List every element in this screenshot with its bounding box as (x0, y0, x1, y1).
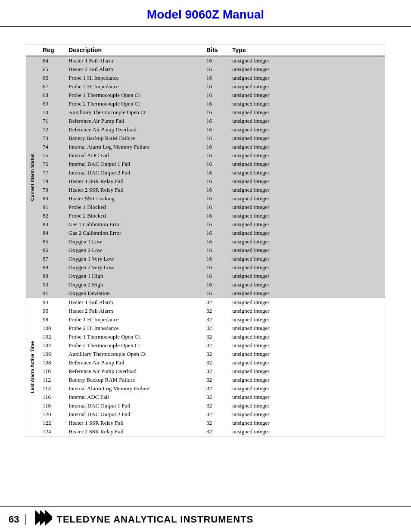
table-row: Oxygen 2 High (65, 280, 203, 289)
page-title: Model 9060Z Manual (0, 8, 411, 22)
table-row: 72 (39, 125, 65, 134)
table-row: Heater 2 Fail Alarm (65, 65, 203, 74)
table-row: unsigned integer (229, 108, 385, 117)
table-row: unsigned integer (229, 246, 385, 255)
table-row: 89 (39, 272, 65, 280)
table-row: 16 (203, 280, 229, 289)
table-row: unsigned integer (229, 160, 385, 168)
col-header-bits: Bits (203, 44, 229, 56)
table-row: 32 (203, 350, 229, 358)
group2-label-cell: Last Alarm Active Time (26, 298, 39, 436)
table-row: 64 (39, 56, 65, 65)
table-row: 85 (39, 237, 65, 246)
table-row: 108 (39, 358, 65, 367)
table-row: 86 (39, 246, 65, 255)
table-row: unsigned integer (229, 220, 385, 229)
table-row: Heater 1 SSR Relay Fail (65, 419, 203, 427)
table-row: Gas 1 Calibration Error (65, 220, 203, 229)
table-row: 32 (203, 401, 229, 410)
table-row: unsigned integer (229, 289, 385, 298)
table-row: unsigned integer (229, 194, 385, 203)
svg-marker-2 (45, 510, 52, 526)
table-row: 16 (203, 151, 229, 160)
table-row: 104 (39, 341, 65, 350)
table-row: 32 (203, 307, 229, 315)
table-row: Reference Air Pump Overload (65, 125, 203, 134)
page-header: Model 9060Z Manual (0, 0, 411, 27)
table-row: 16 (203, 237, 229, 246)
table-row: 114 (39, 384, 65, 393)
table-row: unsigned integer (229, 56, 385, 65)
group1-label: Current Alarm Status (30, 152, 35, 202)
table-row: 32 (203, 324, 229, 333)
table-row: unsigned integer (229, 333, 385, 341)
table-row: Internal DAC Output 2 Fail (65, 168, 203, 177)
table-row: 16 (203, 108, 229, 117)
table-row: unsigned integer (229, 384, 385, 393)
table-row: Heater 2 Fail Alarm (65, 307, 203, 315)
table-row: Internal ADC Fail (65, 151, 203, 160)
table-row: Oxygen 1 Very Low (65, 255, 203, 263)
table-row: Probe 2 Hi Impedance (65, 82, 203, 91)
table-row: unsigned integer (229, 401, 385, 410)
table-row: 32 (203, 419, 229, 427)
table-row: 69 (39, 100, 65, 108)
table-row: 70 (39, 108, 65, 117)
table-row: Internal DAC Output 2 Fail (65, 410, 203, 419)
table-row: unsigned integer (229, 315, 385, 324)
group1-label-cell: Current Alarm Status (26, 56, 39, 298)
table-row: 88 (39, 263, 65, 272)
table-row: 16 (203, 65, 229, 74)
table-row: unsigned integer (229, 229, 385, 237)
footer-logo-text: TELEDYNE ANALYTICAL INSTRUMENTS (56, 514, 253, 525)
table-row: Battery Backup RAM Failure (65, 376, 203, 384)
table-row: Battery Backup RAM Failure (65, 134, 203, 143)
page-content: Reg Description Bits Type Current Alarm … (0, 27, 411, 445)
table-row: Oxygen 2 Low (65, 246, 203, 255)
table-row: 67 (39, 82, 65, 91)
table-row: unsigned integer (229, 255, 385, 263)
table-row: unsigned integer (229, 91, 385, 100)
col-header-reg: Reg (39, 44, 65, 56)
table-row: unsigned integer (229, 324, 385, 333)
table-row: 102 (39, 333, 65, 341)
table-row: Oxygen Deviation (65, 289, 203, 298)
table-row: 82 (39, 212, 65, 220)
table-row: 32 (203, 384, 229, 393)
table-row: Heater 1 Fail Alarm (65, 298, 203, 307)
table-row: 75 (39, 151, 65, 160)
table-row: 98 (39, 315, 65, 324)
table-row: Auxilliary Thermocouple Open Ct (65, 350, 203, 358)
table-row: Probe 2 Blocked (65, 212, 203, 220)
table-row: Reference Air Pump Fail (65, 358, 203, 367)
table-row: 32 (203, 298, 229, 307)
table-row: Reference Air Pump Fail (65, 117, 203, 125)
table-row: 16 (203, 246, 229, 255)
table-row: 96 (39, 307, 65, 315)
table-row: 32 (203, 358, 229, 367)
table-row: 74 (39, 143, 65, 151)
table-row: 122 (39, 419, 65, 427)
table-row: Oxygen 1 High (65, 272, 203, 280)
table-row: 87 (39, 255, 65, 263)
table-row: 112 (39, 376, 65, 384)
table-row: 16 (203, 100, 229, 108)
table-row: Internal Alarm Log Memory Failure (65, 143, 203, 151)
table-row: 83 (39, 220, 65, 229)
table-row: 16 (203, 117, 229, 125)
table-row: unsigned integer (229, 134, 385, 143)
group2-label: Last Alarm Active Time (30, 339, 35, 395)
table-row: 94 (39, 298, 65, 307)
table-row: unsigned integer (229, 143, 385, 151)
table-row: unsigned integer (229, 65, 385, 74)
table-row: 16 (203, 160, 229, 168)
table-row: unsigned integer (229, 117, 385, 125)
table-row: Gas 2 Calibration Error (65, 229, 203, 237)
table-row: Heater 1 Fail Alarm (65, 56, 203, 65)
table-row: unsigned integer (229, 100, 385, 108)
table-row: 16 (203, 74, 229, 82)
table-row: 91 (39, 289, 65, 298)
table-row: Heater SSR Leaking (65, 194, 203, 203)
table-row: 110 (39, 367, 65, 376)
table-row: unsigned integer (229, 212, 385, 220)
